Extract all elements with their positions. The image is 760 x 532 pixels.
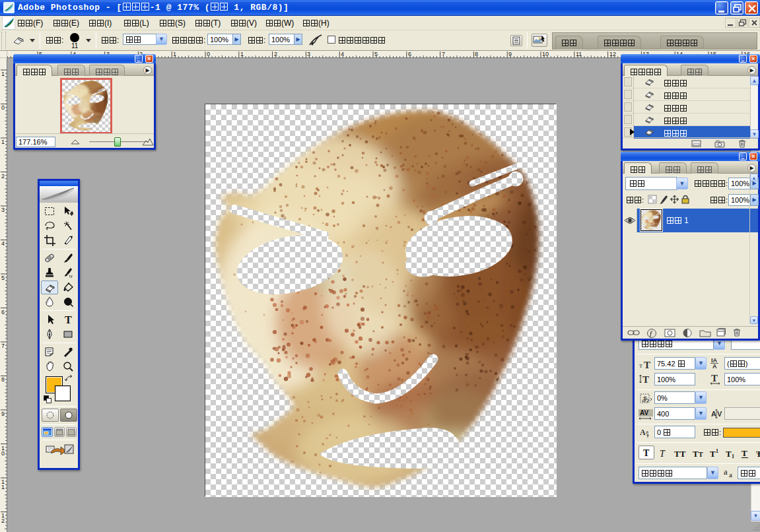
svg-text:AV: AV	[640, 409, 648, 416]
svg-text:T: T	[726, 449, 732, 459]
svg-text:Ŧ: Ŧ	[756, 449, 760, 459]
svg-text:T: T	[711, 373, 718, 383]
svg-text:T: T	[660, 449, 666, 459]
svg-text:1: 1	[1, 484, 5, 490]
svg-text:A: A	[640, 428, 646, 437]
svg-text:9: 9	[508, 51, 512, 57]
svg-text:4: 4	[1, 240, 5, 247]
svg-text:6: 6	[1, 309, 5, 316]
svg-text:4: 4	[341, 51, 344, 57]
svg-text:7: 7	[442, 51, 445, 57]
svg-text:A: A	[711, 410, 716, 418]
svg-text:11: 11	[576, 51, 582, 57]
svg-text:V: V	[717, 410, 722, 418]
svg-text:T: T	[693, 449, 699, 459]
svg-text:1: 1	[1, 71, 5, 77]
svg-text:6: 6	[408, 51, 411, 57]
svg-text:T: T	[699, 451, 703, 458]
svg-text:3: 3	[1, 207, 5, 213]
svg-text:T: T	[65, 314, 72, 325]
svg-text:あ: あ	[642, 395, 649, 403]
svg-text:a: a	[729, 471, 732, 479]
svg-text:0: 0	[1, 104, 5, 111]
svg-text:9: 9	[1, 411, 5, 417]
svg-text:8: 8	[1, 376, 5, 383]
svg-text:т: т	[639, 362, 642, 369]
svg-text:0: 0	[207, 51, 210, 57]
svg-text:T: T	[710, 449, 716, 459]
svg-text:T: T	[642, 374, 649, 385]
svg-text:1: 1	[1, 139, 5, 145]
svg-text:a: a	[646, 428, 648, 435]
svg-text:2: 2	[1, 517, 5, 524]
svg-text:1: 1	[240, 51, 244, 57]
svg-text:0: 0	[1, 450, 5, 457]
svg-text:3: 3	[307, 51, 310, 57]
svg-text:1: 1	[173, 51, 176, 57]
svg-text:2: 2	[1, 173, 5, 180]
svg-text:7: 7	[1, 343, 5, 349]
svg-text:T: T	[644, 360, 650, 369]
svg-text:a: a	[724, 467, 728, 477]
svg-text:TT: TT	[674, 449, 686, 459]
svg-text:1: 1	[716, 448, 718, 454]
svg-text:2: 2	[274, 51, 277, 57]
svg-text:T: T	[643, 448, 650, 458]
svg-text:10: 10	[542, 51, 549, 57]
svg-text:1: 1	[732, 453, 734, 459]
svg-text:5: 5	[1, 275, 5, 281]
svg-text:12: 12	[609, 51, 616, 57]
svg-text:A: A	[712, 363, 717, 369]
svg-text:8: 8	[475, 51, 478, 57]
svg-text:T: T	[742, 448, 747, 458]
svg-text:5: 5	[374, 51, 378, 57]
